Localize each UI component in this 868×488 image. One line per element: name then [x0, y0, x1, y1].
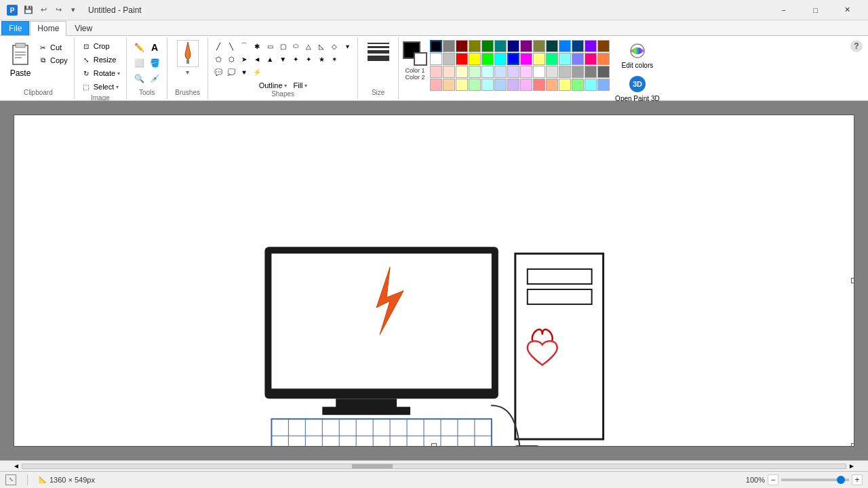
- quick-redo-icon[interactable]: ↪: [53, 5, 64, 16]
- shape-rightarrow[interactable]: ➤: [238, 53, 250, 65]
- color-cell[interactable]: [494, 40, 507, 52]
- color-cell[interactable]: [597, 53, 610, 65]
- color-cell[interactable]: [533, 53, 545, 65]
- color-cell[interactable]: [585, 66, 597, 78]
- color-cell[interactable]: [494, 66, 507, 78]
- color-cell[interactable]: [430, 40, 442, 52]
- color-cell[interactable]: [507, 40, 519, 52]
- color-cell[interactable]: [546, 79, 558, 91]
- color-cell[interactable]: [469, 53, 481, 65]
- color-cell[interactable]: [430, 79, 442, 91]
- tab-home[interactable]: Home: [30, 21, 66, 36]
- color-cell[interactable]: [494, 53, 507, 65]
- color-cell[interactable]: [533, 79, 545, 91]
- edit-colors-button[interactable]: Edit colors: [612, 40, 663, 70]
- color-cell[interactable]: [507, 79, 519, 91]
- color-cell[interactable]: [481, 53, 494, 65]
- color-cell[interactable]: [597, 40, 610, 52]
- color-cell[interactable]: [443, 53, 455, 65]
- zoom-slider[interactable]: [781, 479, 849, 481]
- color-cell[interactable]: [572, 53, 584, 65]
- pencil-tool[interactable]: ✏️: [132, 40, 146, 55]
- color-cell[interactable]: [520, 79, 532, 91]
- color-cell[interactable]: [585, 53, 597, 65]
- color2-swatch[interactable]: [414, 52, 427, 66]
- paste-button[interactable]: Paste: [7, 40, 34, 79]
- canvas-resize-corner[interactable]: [851, 443, 854, 447]
- paint-canvas[interactable]: [14, 115, 854, 447]
- shape-diagonal2[interactable]: ╲: [225, 40, 237, 52]
- brushes-dropdown-arrow[interactable]: ▾: [186, 68, 189, 76]
- minimize-button[interactable]: −: [768, 0, 799, 20]
- text-tool[interactable]: A: [147, 40, 162, 55]
- copy-button[interactable]: ⧉ Copy: [35, 54, 70, 66]
- shape-downarrow[interactable]: ▼: [277, 53, 289, 65]
- color-cell[interactable]: [507, 53, 519, 65]
- color-cell[interactable]: [546, 40, 558, 52]
- eyedropper-tool[interactable]: 💉: [147, 71, 162, 86]
- rotate-dropdown-arrow[interactable]: ▾: [117, 70, 120, 77]
- color-cell[interactable]: [559, 40, 571, 52]
- select-dropdown-arrow[interactable]: ▾: [116, 84, 119, 90]
- color-cell[interactable]: [585, 79, 597, 91]
- shape-star6[interactable]: ✶: [328, 53, 340, 65]
- size-1px[interactable]: [368, 43, 389, 44]
- size-2px[interactable]: [368, 46, 389, 48]
- color-cell[interactable]: [443, 79, 455, 91]
- brush-display[interactable]: [177, 40, 199, 67]
- color-cell[interactable]: [481, 66, 494, 78]
- tab-file[interactable]: File: [1, 21, 29, 35]
- color-cell[interactable]: [443, 66, 455, 78]
- color-cell[interactable]: [456, 66, 468, 78]
- quick-save-icon[interactable]: 💾: [23, 5, 34, 16]
- shape-star4[interactable]: ✦: [302, 53, 315, 65]
- shape-ellipse[interactable]: ⬭: [290, 40, 302, 52]
- hscroll-thumb[interactable]: [352, 464, 393, 468]
- color-cell[interactable]: [533, 66, 545, 78]
- color-cell[interactable]: [507, 66, 519, 78]
- cut-button[interactable]: ✂ Cut: [35, 41, 70, 54]
- color-cell[interactable]: [597, 79, 610, 91]
- color-cell[interactable]: [430, 66, 442, 78]
- hscroll-right-arrow[interactable]: ►: [846, 461, 857, 472]
- color-cell[interactable]: [469, 66, 481, 78]
- outline-dropdown[interactable]: Outline ▾: [257, 81, 289, 90]
- color-cell[interactable]: [559, 53, 571, 65]
- color-cell[interactable]: [481, 79, 494, 91]
- shape-rect[interactable]: ▭: [264, 40, 276, 52]
- fill-dropdown[interactable]: Fill ▾: [292, 81, 309, 90]
- shape-uparrow[interactable]: ▲: [264, 53, 276, 65]
- color-cell[interactable]: [443, 40, 455, 52]
- color-cell[interactable]: [456, 40, 468, 52]
- color-cell[interactable]: [469, 79, 481, 91]
- color-cell[interactable]: [572, 66, 584, 78]
- color-cell[interactable]: [520, 40, 532, 52]
- select-button[interactable]: ⬚ Select ▾: [79, 81, 121, 93]
- hscroll-track[interactable]: [22, 464, 846, 469]
- color-cell[interactable]: [546, 53, 558, 65]
- color-cell[interactable]: [533, 40, 545, 52]
- resize-button[interactable]: ⤡ Resize: [79, 54, 119, 66]
- eraser-tool[interactable]: ⬜: [132, 56, 146, 70]
- shapes-more-arrow[interactable]: ▾: [341, 40, 353, 52]
- color-cell[interactable]: [469, 40, 481, 52]
- zoom-thumb[interactable]: [837, 476, 845, 484]
- shape-4arrow[interactable]: ✦: [290, 53, 302, 65]
- shape-triangle[interactable]: △: [302, 40, 315, 52]
- quick-undo-icon[interactable]: ↩: [38, 5, 49, 16]
- zoom-in-button[interactable]: +: [852, 474, 863, 485]
- color-cell[interactable]: [572, 40, 584, 52]
- maximize-button[interactable]: □: [800, 0, 831, 20]
- color-cell[interactable]: [597, 66, 610, 78]
- color-cell[interactable]: [481, 40, 494, 52]
- shape-curve1[interactable]: ⌒: [238, 40, 250, 52]
- shape-heart[interactable]: ♥: [238, 66, 250, 78]
- hscroll-left-arrow[interactable]: ◄: [11, 461, 22, 472]
- crop-button[interactable]: ⊡ Crop: [79, 40, 112, 52]
- canvas-resize-bottom[interactable]: [431, 443, 437, 447]
- shape-hexagon[interactable]: ⬡: [225, 53, 237, 65]
- color-cell[interactable]: [559, 79, 571, 91]
- shape-lightning[interactable]: ⚡: [251, 66, 263, 78]
- shape-diamond[interactable]: ◇: [328, 40, 340, 52]
- shape-freeform[interactable]: ✱: [251, 40, 263, 52]
